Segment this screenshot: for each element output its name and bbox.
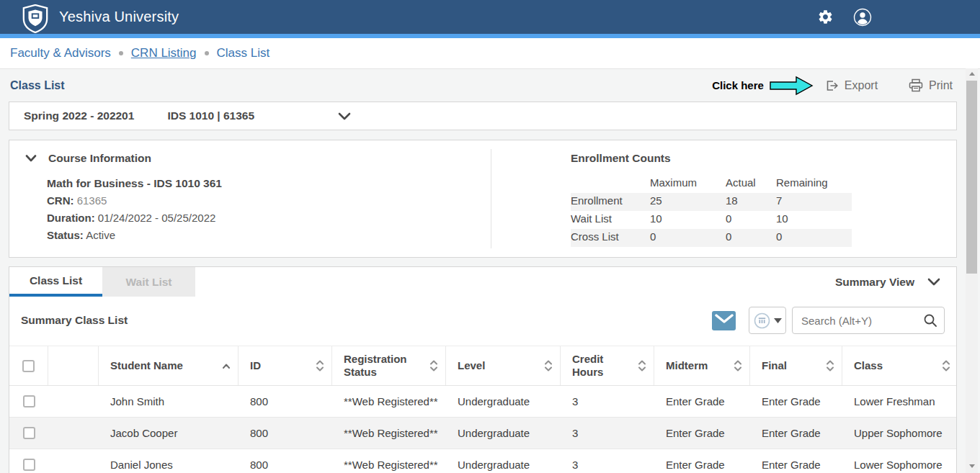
credit-hours: 3 (561, 386, 654, 417)
midterm-enter-grade-link[interactable]: Enter Grade (654, 449, 750, 473)
course-title: Math for Business - IDS 1010 361 (47, 175, 491, 192)
export-button[interactable]: Export (824, 78, 878, 93)
credit-hours: 3 (561, 418, 654, 449)
sort-icon[interactable] (638, 359, 646, 372)
search-input[interactable] (792, 307, 945, 334)
scrollbar-thumb[interactable] (966, 81, 977, 274)
search-icon[interactable] (923, 313, 937, 328)
credit-hours: 3 (561, 449, 654, 473)
table-row: Daniel Jones 800 **Web Registered** Unde… (9, 449, 956, 473)
page-header: Class List Click here Export (0, 69, 980, 102)
header-blank (48, 346, 99, 385)
duration-value: 01/24/2022 - 05/25/2022 (98, 212, 215, 224)
final-enter-grade-link[interactable]: Enter Grade (750, 418, 842, 449)
header-id[interactable]: ID (239, 346, 332, 385)
sort-icon[interactable] (429, 359, 438, 372)
course-information-panel: Course Information Math for Business - I… (9, 140, 957, 258)
enrollment-value: 10 (776, 211, 852, 229)
student-id: 800 (239, 418, 332, 449)
final-enter-grade-link[interactable]: Enter Grade (750, 386, 842, 417)
registration-status: **Web Registered** (332, 449, 446, 473)
envelope-icon (715, 314, 734, 327)
main-content: Class List Click here Export (0, 68, 980, 473)
class-standing: Lower Freshman (842, 386, 958, 417)
header-class[interactable]: Class (842, 346, 958, 385)
scrollbar-down-arrow[interactable] (966, 461, 978, 472)
top-navigation-bar: Yeshiva University (0, 0, 980, 34)
table-row: John Smith 800 **Web Registered** Underg… (9, 386, 956, 418)
settings-gear-icon[interactable] (816, 8, 834, 27)
waitlist-row-label: Wait List (571, 211, 650, 229)
breadcrumb-faculty-advisors[interactable]: Faculty & Advisors (10, 46, 111, 60)
enrollment-value: 0 (726, 211, 776, 229)
student-name: John Smith (99, 386, 239, 417)
status-value: Active (86, 229, 115, 241)
sort-icon[interactable] (826, 359, 834, 372)
header-student-name[interactable]: Student Name (99, 346, 239, 385)
header-final[interactable]: Final (750, 346, 842, 385)
print-label: Print (929, 79, 953, 92)
crosslist-row-label: Cross List (571, 229, 650, 247)
class-list-table-header: Student Name ID Registration Status (9, 346, 956, 386)
tab-class-list[interactable]: Class List (9, 267, 102, 297)
class-standing: Upper Sophomore (842, 418, 958, 449)
crn-label: CRN: (47, 194, 74, 207)
user-profile-icon[interactable] (853, 8, 872, 27)
enrollment-value: 0 (650, 229, 726, 247)
class-list-panel: Class List Wait List Summary View Summar… (9, 266, 957, 473)
print-icon (908, 78, 924, 93)
header-registration-status[interactable]: Registration Status (332, 346, 446, 385)
course-label: IDS 1010 | 61365 (167, 109, 254, 122)
row-checkbox[interactable] (23, 427, 35, 439)
class-list-toolbar: Summary Class List (9, 297, 956, 346)
registration-status: **Web Registered** (332, 386, 446, 417)
chevron-down-icon[interactable] (927, 278, 940, 286)
sort-icon[interactable] (544, 359, 553, 372)
enrollment-counts-heading: Enrollment Counts (571, 152, 956, 165)
midterm-enter-grade-link[interactable]: Enter Grade (654, 386, 750, 417)
email-button[interactable] (712, 311, 736, 330)
enrollment-value: 0 (776, 229, 852, 247)
term-selector[interactable]: Spring 2022 - 202201 IDS 1010 | 61365 (9, 102, 957, 130)
enrollment-value: 0 (726, 229, 776, 247)
crn-line: CRN: 61365 (47, 192, 491, 210)
select-all-checkbox[interactable] (22, 360, 35, 372)
breadcrumb-class-list: Class List (217, 46, 270, 60)
tab-wait-list[interactable]: Wait List (102, 267, 195, 297)
row-checkbox[interactable] (23, 459, 35, 471)
scrollbar-up-arrow[interactable] (966, 68, 978, 79)
sort-asc-icon[interactable] (222, 363, 231, 369)
sort-icon[interactable] (942, 359, 950, 372)
summary-view-selector[interactable]: Summary View (835, 276, 914, 289)
enrollment-col-maximum: Maximum (650, 175, 726, 193)
breadcrumb: Faculty & Advisors CRN Listing Class Lis… (0, 38, 980, 68)
header-credit-hours[interactable]: Credit Hours (561, 346, 654, 385)
header-midterm[interactable]: Midterm (654, 346, 750, 385)
breadcrumb-crn-listing[interactable]: CRN Listing (131, 46, 197, 60)
collapse-chevron-icon[interactable] (25, 155, 37, 162)
enrollment-value: 7 (776, 193, 852, 211)
export-icon (824, 78, 839, 93)
sort-icon[interactable] (316, 359, 324, 372)
final-enter-grade-link[interactable]: Enter Grade (750, 449, 842, 473)
table-row: Jacob Cooper 800 **Web Registered** Unde… (9, 418, 956, 449)
sort-icon[interactable] (734, 359, 742, 372)
page-title: Class List (10, 79, 65, 92)
chevron-down-icon[interactable] (338, 112, 351, 120)
yeshiva-university-logo (22, 4, 49, 33)
caret-down-icon (774, 318, 782, 323)
level: Undergraduate (446, 386, 561, 417)
header-level[interactable]: Level (446, 346, 561, 385)
filter-dropdown-button[interactable] (749, 307, 786, 334)
vertical-scrollbar[interactable] (966, 68, 978, 473)
level: Undergraduate (446, 418, 561, 449)
print-button[interactable]: Print (908, 78, 953, 93)
status-line: Status: Active (47, 227, 491, 244)
row-checkbox[interactable] (23, 395, 35, 407)
student-name: Jacob Cooper (99, 418, 239, 449)
enrollment-counts-table: Maximum Actual Remaining Enrollment 25 1… (571, 175, 956, 247)
brand-title: Yeshiva University (59, 9, 179, 25)
midterm-enter-grade-link[interactable]: Enter Grade (654, 418, 750, 449)
term-label: Spring 2022 - 202201 (24, 109, 134, 122)
course-information-heading: Course Information (48, 152, 151, 165)
